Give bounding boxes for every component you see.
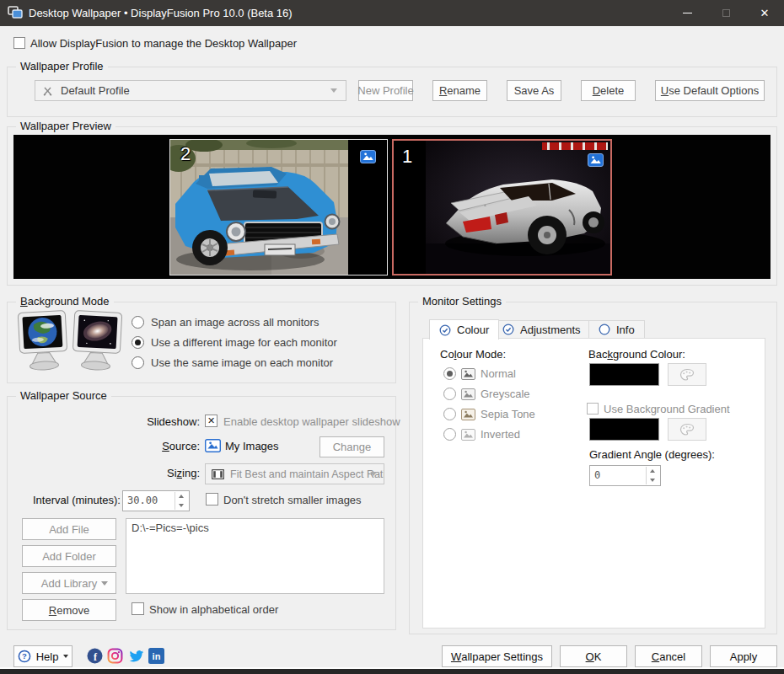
colour-tab-panel: Colour Mode: Normal Greyscale Sepia Tone… [422,338,765,629]
empty-circle-icon [599,324,610,335]
spin-down-icon[interactable] [650,479,655,482]
x-mark-icon: ✕ [207,415,215,426]
chevron-down-icon [101,581,108,586]
add-file-button[interactable]: Add File [22,518,116,540]
wallpaper-source-group: Wallpaper Source Slideshow: ✕ Enable des… [7,396,396,630]
add-folder-button[interactable]: Add Folder [22,545,116,567]
gradient-colour-picker-button[interactable] [668,418,706,441]
tab-colour[interactable]: Colour [429,319,499,340]
chevron-down-icon [370,472,377,476]
save-as-button[interactable]: Save As [507,80,561,101]
wallpaper-profile-legend: Wallpaper Profile [16,60,108,72]
new-profile-button[interactable]: New Profile [358,80,413,101]
palette-icon [679,368,695,382]
source-value: My Images [225,440,279,452]
spin-up-icon[interactable] [650,469,655,473]
interval-spin-buttons[interactable] [175,492,187,510]
manage-wallpaper-label: Allow DisplayFusion to manage the Deskto… [30,37,297,50]
remove-button[interactable]: Remove [22,599,116,621]
wallpaper-settings-button[interactable]: Wallpaper Settings [442,645,552,667]
slideshow-checkbox[interactable]: ✕ [205,415,217,427]
maximize-button[interactable] [706,0,745,26]
monitor-2-image-icon[interactable] [360,150,376,166]
source-path-list[interactable]: D:\-=Pics=-\pics [126,518,384,594]
title-bar[interactable]: Desktop Wallpaper • DisplayFusion Pro 10… [0,0,784,26]
maximize-icon [722,9,730,17]
sizing-select[interactable]: Fit Best and maintain Aspect Ratio (No C… [205,463,384,484]
sizing-value: Fit Best and maintain Aspect Ratio (No C… [230,468,384,480]
alphabetical-checkbox[interactable] [132,602,144,615]
background-colour-swatch[interactable] [589,363,659,386]
background-colour-picker-button[interactable] [668,363,706,386]
close-button[interactable]: ✕ [745,0,784,26]
interval-spinner[interactable] [122,490,190,511]
radio-colour-inverted[interactable] [443,428,456,441]
chevron-down-icon [63,655,68,658]
normal-image-icon [461,368,475,382]
radio-different-image-label: Use a different image for each monitor [151,336,337,349]
sizing-mode-icon [212,469,224,479]
close-icon: ✕ [760,7,770,19]
cancel-button[interactable]: Cancel [635,645,702,667]
profile-selected-value: Default Profile [61,84,130,97]
source-label: Source: [8,440,200,452]
radio-colour-inverted-label: Inverted [481,428,520,441]
monitor-settings-group: Monitor Settings Colour Adjustments Info… [409,302,777,634]
minimize-button[interactable] [668,0,706,26]
gradient-angle-spinner[interactable] [589,465,661,486]
interval-input[interactable] [127,493,171,508]
use-background-gradient-checkbox[interactable] [587,403,599,415]
background-mode-group: Background Mode [7,302,396,383]
radio-colour-sepia[interactable] [443,408,456,420]
dont-stretch-label: Don't stretch smaller images [223,494,362,506]
spin-up-icon[interactable] [179,495,184,498]
radio-same-image[interactable] [132,356,144,369]
spin-down-icon[interactable] [179,504,184,507]
radio-colour-greyscale[interactable] [443,388,456,400]
help-icon: ? [18,650,31,663]
dont-stretch-checkbox[interactable] [206,493,218,506]
linkedin-icon[interactable]: in [148,648,164,666]
monitor-1-image-icon[interactable] [588,153,604,169]
gradient-colour-swatch[interactable] [589,418,659,441]
monitor-1-preview[interactable]: 1 [392,139,612,275]
instagram-icon[interactable] [107,648,123,666]
radio-colour-normal[interactable] [443,367,456,380]
radio-span-image-label: Span an image across all monitors [151,316,319,329]
monitor-2-preview[interactable]: 2 [169,139,388,275]
use-default-options-button[interactable]: Use Default Options [655,80,765,101]
tab-info[interactable]: Info [588,320,645,339]
wallpaper-profile-group: Wallpaper Profile Default Profile New Pr… [7,67,777,117]
rename-button[interactable]: Rename [432,80,487,101]
list-item[interactable]: D:\-=Pics=-\pics [132,522,379,534]
slideshow-text: Enable desktop wallpaper slideshow [223,415,400,428]
radio-span-image[interactable] [132,316,144,329]
change-button[interactable]: Change [320,436,384,457]
chevron-down-icon [330,88,337,93]
gradient-angle-input[interactable] [594,468,638,483]
ok-button[interactable]: OK [560,645,627,667]
help-button[interactable]: ? Help [13,645,72,667]
add-library-button[interactable]: Add Library [22,572,116,594]
profile-icon [42,85,54,97]
svg-text:in: in [153,651,161,661]
slideshow-label: Slideshow: [8,415,200,428]
gradient-angle-spin-buttons[interactable] [646,467,658,484]
facebook-icon[interactable]: f [87,648,103,666]
window-title: Desktop Wallpaper • DisplayFusion Pro 10… [29,0,293,26]
apply-button[interactable]: Apply [710,645,777,667]
manage-wallpaper-checkbox[interactable] [13,37,25,49]
wallpaper-source-legend: Wallpaper Source [16,389,111,402]
preview-panel: 2 [13,135,771,279]
twitter-icon[interactable] [127,649,145,666]
profile-select[interactable]: Default Profile [35,80,346,101]
tab-adjustments[interactable]: Adjustments [492,320,591,339]
gradient-angle-label: Gradient Angle (degrees): [589,448,715,461]
interval-label: Interval (minutes): [8,494,121,506]
monitor-1-banner [542,142,608,150]
monitor-2-wallpaper-image [170,140,348,275]
radio-different-image[interactable] [132,336,144,349]
monitor-settings-legend: Monitor Settings [418,295,506,308]
background-colour-label: Background Colour: [588,348,685,361]
delete-button[interactable]: Delete [581,80,636,101]
